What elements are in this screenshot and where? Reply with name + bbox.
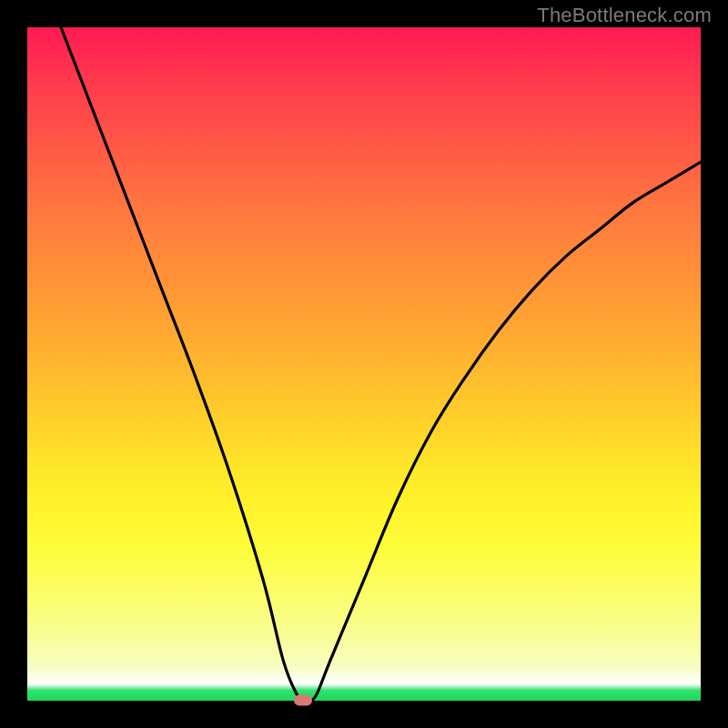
- optimum-marker: [294, 694, 312, 705]
- watermark-text: TheBottleneck.com: [537, 4, 712, 27]
- chart-frame: TheBottleneck.com: [0, 0, 728, 728]
- bottleneck-curve: [27, 27, 701, 701]
- plot-area: [27, 27, 701, 701]
